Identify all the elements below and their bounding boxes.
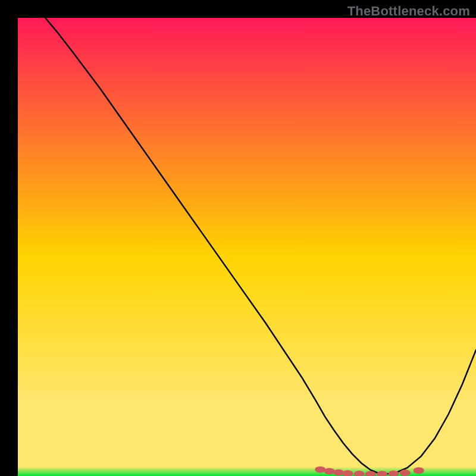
marker-dot xyxy=(414,467,424,474)
marker-dot xyxy=(400,469,411,476)
attribution-text: TheBottleneck.com xyxy=(347,4,470,19)
chart-stage: TheBottleneck.com xyxy=(0,0,476,476)
marker-dot xyxy=(315,466,325,473)
marker-dot xyxy=(324,468,335,474)
gradient-background xyxy=(18,18,476,476)
marker-dot xyxy=(333,469,344,476)
bottleneck-chart xyxy=(0,0,476,476)
